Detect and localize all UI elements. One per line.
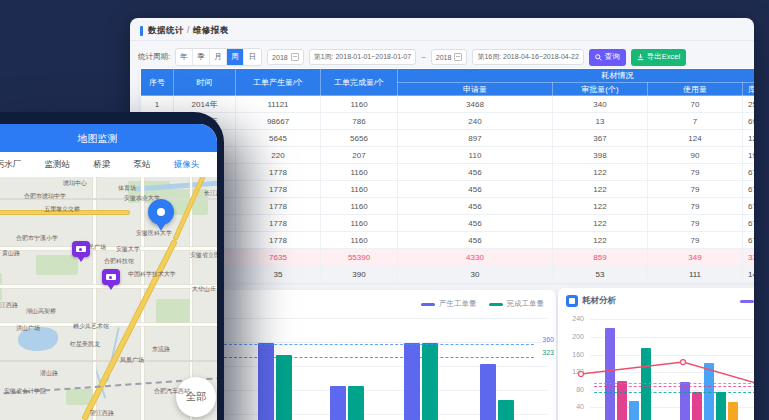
selected-camera-pin[interactable] [148, 199, 174, 225]
bar [617, 381, 627, 420]
reference-line [224, 344, 534, 345]
col-sub: 使用量 [648, 83, 743, 96]
breadcrumb-separator: / [187, 25, 190, 35]
phone-tab-摄像头[interactable]: 摄像头 [174, 159, 200, 171]
period-option-年[interactable]: 年 [176, 49, 193, 65]
export-excel-button[interactable]: 导出Excel [631, 49, 686, 66]
period-option-季[interactable]: 季 [193, 49, 210, 65]
map-view[interactable]: › 全部 琥珀中心体育场合肥市琥珀中学安徽农业大学长江路五里墩立交桥安徽医科大学… [0, 177, 217, 420]
phone-screen: ‹ 地图监测 污水厂监测站桥梁泵站摄像头 [0, 124, 217, 420]
title-divider [130, 40, 754, 41]
bar [728, 402, 738, 420]
map-label: 合肥汽车西站 [154, 387, 190, 395]
map-park [36, 255, 78, 275]
table-row: 62019年177811604561227967 [141, 181, 755, 198]
reference-line-label: 360 [542, 336, 554, 343]
phone-tab-污水厂[interactable]: 污水厂 [0, 159, 21, 171]
y-axis-tick: 200 [562, 333, 584, 340]
table-row: 82021年177811604561227967 [141, 215, 755, 232]
bar [348, 386, 364, 420]
screenshot-stage: 数据统计 / 维修报表 统计周期: 年季月周日 2018 第1周: 2018-0… [0, 0, 769, 420]
bar [680, 382, 690, 420]
end-year-select[interactable]: 2018 [431, 49, 468, 65]
reference-line [594, 392, 754, 393]
bar [276, 355, 292, 420]
table-row: 92022年177811604561227967 [141, 232, 755, 249]
workorder-chart-plot: 360323 [216, 290, 556, 420]
map-label: 东流路 [152, 345, 170, 353]
period-segmented-control: 年季月周日 [175, 48, 262, 66]
phone-tab-桥梁[interactable]: 桥梁 [93, 159, 110, 171]
search-icon [595, 54, 602, 61]
camera-marker[interactable] [102, 269, 120, 285]
map-label: 大华山庄 [192, 285, 216, 293]
map-label: 安徽大学 [116, 245, 140, 253]
period-option-周[interactable]: 周 [227, 49, 244, 65]
period-option-日[interactable]: 日 [244, 49, 261, 65]
start-year-select[interactable]: 2018 [267, 49, 304, 65]
map-all-button[interactable]: 全部 [176, 377, 216, 417]
map-label: 凤凰广场 [120, 356, 144, 364]
phone-tab-监测站[interactable]: 监测站 [44, 159, 70, 171]
map-label: 潜山路 [40, 369, 58, 377]
table-row: 32016年56455656897367124129 [141, 130, 755, 147]
reference-line [224, 357, 534, 358]
end-week-input[interactable]: 第16周: 2018-04-16~2018-04-22 [472, 49, 583, 65]
table-row: 12014年111211160346834070250 [141, 96, 755, 113]
query-button[interactable]: 查询 [589, 49, 626, 66]
table-row: 42017年2202071103989019 [141, 147, 755, 164]
map-label: 安徽省会计学院 [4, 387, 46, 395]
map-label: 红星美凯龙 [70, 340, 100, 348]
col-sub: 库存量 [743, 83, 755, 96]
col-sub: 审批量(个) [553, 83, 648, 96]
title-accent-bar [140, 26, 143, 36]
map-label: 合肥市宁溪小学 [16, 234, 58, 242]
period-label: 统计周期: [138, 52, 170, 62]
table-row: 52018年177811604561227967 [141, 164, 755, 181]
map-road [0, 247, 217, 250]
y-axis-tick: 120 [562, 368, 584, 375]
phone-mockup: ‹ 地图监测 污水厂监测站桥梁泵站摄像头 [0, 112, 224, 420]
map-label: 琥珀中心 [63, 179, 87, 187]
reference-line-label: 323 [542, 349, 554, 356]
phone-tab-泵站[interactable]: 泵站 [134, 159, 151, 171]
bar [716, 392, 726, 420]
average-row: 平均值353903053111145 [141, 266, 755, 283]
col-sub: 申请量 [398, 83, 553, 96]
period-option-月[interactable]: 月 [210, 49, 227, 65]
calendar-icon [454, 53, 462, 61]
map-label: 黄山路 [2, 249, 20, 257]
bar [692, 392, 702, 420]
start-week-input[interactable]: 第1周: 2018-01-01~2018-01-07 [309, 49, 416, 65]
col-index: 序号 [141, 69, 174, 96]
map-label: 湖山高架桥 [26, 307, 56, 315]
col-completed: 工单完成量/个 [321, 69, 398, 96]
y-axis-tick: 80 [562, 386, 584, 393]
y-axis-tick: 160 [562, 351, 584, 358]
workorder-chart-panel: 产生工单量完成工单量 360323 [216, 290, 556, 420]
table-row: 22015年98667786240137690 [141, 113, 755, 130]
bar [404, 343, 420, 420]
total-row: 合计7635553904330859349332 [141, 249, 755, 266]
consumables-chart-panel: 耗材分析 2402001601208040 [558, 288, 754, 420]
map-label: 中国科学技术大学 [128, 270, 176, 278]
bar [605, 328, 615, 420]
table-row: 72020年177811604561227967 [141, 198, 755, 215]
range-separator: ~ [421, 53, 426, 62]
download-icon [637, 54, 644, 61]
phone-page-title: 地图监测 [0, 132, 217, 146]
calendar-icon [291, 53, 299, 61]
map-label: 望江西路 [0, 301, 18, 309]
bar [258, 343, 274, 420]
map-label: 赖少其艺术馆 [73, 322, 109, 330]
bar [480, 364, 496, 420]
camera-marker[interactable] [72, 241, 90, 257]
breadcrumb-section: 数据统计 [148, 25, 184, 35]
bar [330, 386, 346, 420]
y-axis-tick: 40 [562, 403, 584, 410]
bar [641, 348, 651, 420]
consumables-chart-plot: 2402001601208040 [558, 288, 754, 420]
map-label: 五里墩立交桥 [44, 205, 80, 213]
phone-header: ‹ 地图监测 [0, 124, 217, 152]
repair-report-table: 序号 时间 工单产生量/个 工单完成量/个 耗材情况 申请量审批量(个)使用量库… [140, 68, 754, 283]
